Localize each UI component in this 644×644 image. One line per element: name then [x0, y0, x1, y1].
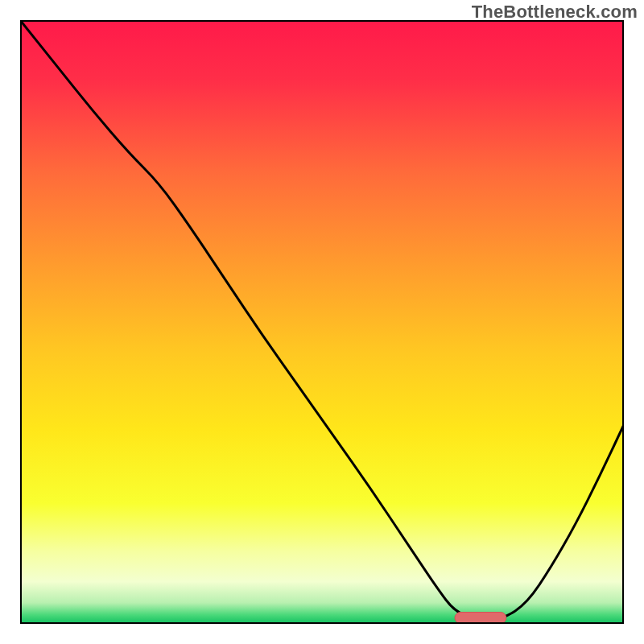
chart-container: TheBottleneck.com — [0, 0, 644, 644]
watermark-text: TheBottleneck.com — [472, 2, 638, 23]
plot-svg — [20, 20, 624, 624]
gradient-background — [20, 20, 624, 624]
plot-area — [20, 20, 624, 624]
optimal-marker — [455, 613, 506, 624]
